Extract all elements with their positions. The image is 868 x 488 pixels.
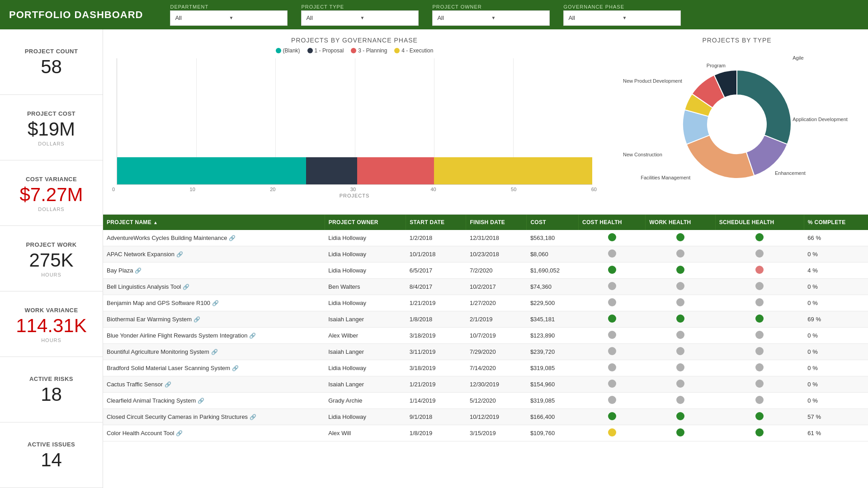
schedule-health-indicator [755, 282, 764, 290]
table-row: Bay Plaza 🔗Lidia Holloway6/5/20177/2/202… [103, 263, 868, 279]
cost-health-indicator [608, 266, 616, 274]
link-icon[interactable]: 🔗 [211, 349, 218, 355]
project-owner-cell: Alex Will [325, 425, 406, 441]
stat-sub: DOLLARS [5, 206, 98, 212]
filter-dropdown[interactable]: All▼ [301, 10, 419, 26]
table-row: Biothermal Ear Warming System 🔗Isaiah La… [103, 311, 868, 328]
cost-health-indicator [608, 233, 616, 241]
filter-dropdown[interactable]: All▼ [170, 10, 288, 26]
finish-date-cell: 7/14/2020 [466, 360, 527, 376]
work-health-indicator [676, 331, 684, 339]
table-header-cell[interactable]: SCHEDULE HEALTH [715, 215, 804, 230]
start-date-cell: 3/11/2019 [406, 344, 466, 360]
link-icon[interactable]: 🔗 [232, 365, 239, 371]
link-icon[interactable]: 🔗 [249, 333, 256, 339]
link-icon[interactable]: 🔗 [198, 398, 204, 404]
axis-label: 40 [430, 187, 436, 192]
projects-table: PROJECT NAME▲PROJECT OWNERSTART DATEFINI… [103, 215, 868, 441]
cost-health-cell [579, 376, 646, 393]
project-name: Closed Circuit Security Cameras in Parki… [107, 413, 248, 420]
start-date-cell: 8/4/2017 [406, 279, 466, 295]
project-name-cell: AdventureWorks Cycles Building Maintenan… [103, 230, 325, 246]
link-icon[interactable]: 🔗 [165, 381, 171, 388]
bar-segment [306, 157, 357, 184]
axis-label: 30 [350, 187, 356, 192]
schedule-health-indicator [755, 298, 764, 306]
link-icon[interactable]: 🔗 [212, 300, 219, 306]
stat-card-active-risks: ACTIVE RISKS18 [0, 357, 103, 422]
stat-card-cost-variance: COST VARIANCE$7.27MDOLLARS [0, 160, 103, 226]
project-name-cell: Bay Plaza 🔗 [103, 263, 325, 279]
table-header-cell[interactable]: COST HEALTH [579, 215, 646, 230]
link-icon[interactable]: 🔗 [176, 251, 183, 258]
filter-dropdown[interactable]: All▼ [432, 10, 550, 26]
table-header-cell[interactable]: WORK HEALTH [646, 215, 716, 230]
link-icon[interactable]: 🔗 [229, 235, 236, 241]
chevron-down-icon: ▼ [622, 15, 676, 20]
table-header-cell[interactable]: START DATE [406, 215, 466, 230]
finish-date-cell: 5/12/2020 [466, 393, 527, 409]
link-icon[interactable]: 🔗 [183, 284, 189, 290]
bar-container [117, 157, 592, 184]
cost-health-indicator [608, 412, 616, 420]
cost-cell: $239,720 [527, 344, 579, 360]
project-name: Benjamin Map and GPS Software R100 [107, 300, 210, 306]
start-date-cell: 1/2/2018 [406, 230, 466, 246]
project-owner-cell: Alex Wilber [325, 328, 406, 344]
table-row: Bell Linguistics Analysis Tool 🔗Ben Walt… [103, 279, 868, 295]
work-health-indicator [676, 314, 684, 323]
percent-complete-cell: 0 % [804, 393, 868, 409]
table-row: AdventureWorks Cycles Building Maintenan… [103, 230, 868, 246]
work-health-cell [646, 409, 716, 425]
stat-card-project-work: PROJECT WORK275KHOURS [0, 226, 103, 291]
donut-label: Program [707, 63, 726, 68]
table-header-cell[interactable]: PROJECT NAME▲ [103, 215, 325, 230]
link-icon[interactable]: 🔗 [176, 430, 183, 436]
schedule-health-indicator [755, 314, 764, 323]
project-owner-cell: Lidia Holloway [325, 409, 406, 425]
table-header-row: PROJECT NAME▲PROJECT OWNERSTART DATEFINI… [103, 215, 868, 230]
donut-label: New Product Development [623, 78, 682, 84]
schedule-health-indicator [755, 380, 764, 388]
link-icon[interactable]: 🔗 [250, 414, 256, 420]
table-row: Blue Yonder Airline Flight Rewards Syste… [103, 328, 868, 344]
percent-complete-cell: 69 % [804, 311, 868, 328]
table-row: Clearfield Animal Tracking System 🔗Grady… [103, 393, 868, 409]
schedule-health-indicator [755, 396, 764, 404]
content-area: PROJECTS BY GOVERNANCE PHASE (Blank)1 - … [103, 29, 868, 488]
cost-cell: $563,180 [527, 230, 579, 246]
table-row: Cactus Traffic Sensor 🔗Isaiah Langer1/21… [103, 376, 868, 393]
charts-row: PROJECTS BY GOVERNANCE PHASE (Blank)1 - … [103, 29, 868, 215]
project-name: Blue Yonder Airline Flight Rewards Syste… [107, 332, 247, 339]
work-health-indicator [676, 298, 684, 306]
project-owner-cell: Lidia Holloway [325, 263, 406, 279]
cost-health-cell [579, 425, 646, 441]
legend-color-dot [307, 48, 313, 53]
donut-label: Application Development [793, 117, 848, 122]
link-icon[interactable]: 🔗 [193, 316, 200, 323]
filter-label: GOVERNANCE PHASE [563, 4, 681, 9]
filter-value: All [175, 14, 229, 21]
work-health-indicator [676, 347, 684, 355]
schedule-health-cell [715, 295, 804, 311]
cost-cell: $154,960 [527, 376, 579, 393]
stat-label: ACTIVE ISSUES [5, 441, 98, 448]
table-header-cell[interactable]: FINISH DATE [466, 215, 527, 230]
stat-value: 18 [5, 384, 98, 405]
donut-chart-title: PROJECTS BY TYPE [610, 37, 863, 44]
table-header-cell[interactable]: PROJECT OWNER [325, 215, 406, 230]
work-health-cell [646, 425, 716, 441]
table-header-cell[interactable]: COST [527, 215, 579, 230]
table-header-cell[interactable]: % COMPLETE [804, 215, 868, 230]
table-section[interactable]: PROJECT NAME▲PROJECT OWNERSTART DATEFINI… [103, 215, 868, 488]
finish-date-cell: 10/23/2018 [466, 246, 527, 263]
project-owner-cell: Isaiah Langer [325, 311, 406, 328]
bar-chart-title: PROJECTS BY GOVERNANCE PHASE [112, 37, 597, 44]
filter-dropdown[interactable]: All▼ [563, 10, 681, 26]
legend-color-dot [394, 48, 400, 53]
legend-label: 3 - Planning [358, 47, 387, 54]
donut-label: Agile [793, 55, 803, 61]
percent-complete-cell: 0 % [804, 295, 868, 311]
link-icon[interactable]: 🔗 [135, 267, 142, 274]
legend-item: (Blank) [276, 47, 300, 54]
